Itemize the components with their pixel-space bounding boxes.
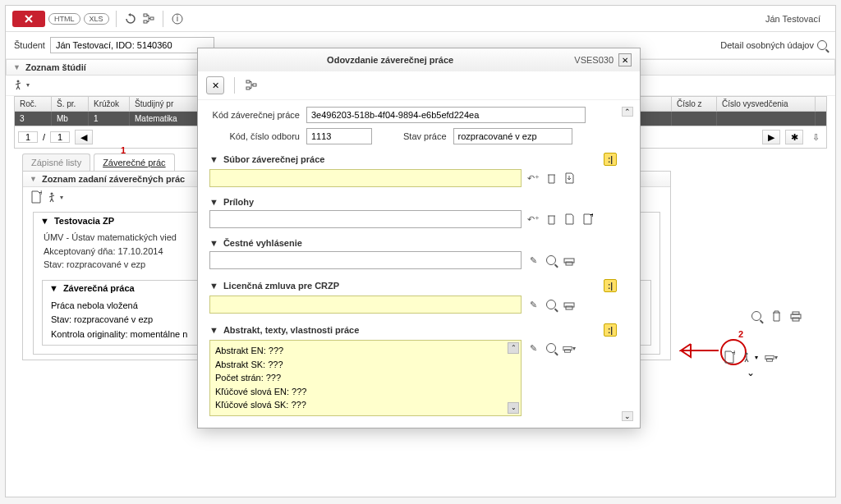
add-document-icon[interactable]: + (723, 351, 736, 364)
tree-icon[interactable] (245, 79, 258, 92)
cell-roc: 3 (15, 112, 52, 126)
cell-program: Matematika (130, 112, 204, 126)
col-cisloz: Číslo z (672, 97, 717, 111)
zoom-icon[interactable] (545, 298, 558, 311)
grid-settings-button[interactable]: ✱ (785, 130, 803, 144)
col-spr: Š. pr. (52, 97, 89, 111)
print-dropdown-icon[interactable]: ▾ (765, 351, 778, 364)
edit-icon[interactable]: ✎ (526, 298, 540, 311)
section-licencna: Licenčná zmluva pre CRZP (223, 281, 339, 291)
section-subor: Súbor záverečnej práce (223, 154, 325, 164)
status-sad-icon: :| (604, 279, 617, 292)
col-roc: Roč. (15, 97, 52, 111)
status-sad-icon: :| (604, 153, 617, 166)
svg-rect-16 (246, 87, 250, 89)
col-kruzok: Krúžok (89, 97, 130, 111)
inner-scrollbar[interactable]: ⌃⌄ (508, 342, 519, 414)
separator (163, 11, 163, 27)
abstract-en: Abstrakt EN: ??? (215, 344, 516, 358)
page-next-button[interactable]: ▶ (762, 130, 780, 144)
zoom-icon[interactable] (545, 254, 558, 267)
export-xls-button[interactable]: XLS (84, 13, 109, 25)
tab-annotation-1: 1 (121, 145, 126, 155)
keywords-en: Kľúčové slová EN: ??? (215, 385, 516, 399)
svg-rect-2 (150, 17, 154, 20)
chevron-down-icon[interactable]: ⌄ (747, 367, 755, 378)
svg-point-12 (746, 353, 748, 355)
trash-icon[interactable] (770, 309, 783, 323)
tab-zapisne-listy[interactable]: Zápisné listy (22, 153, 90, 171)
page-current: 1 (18, 131, 38, 143)
edit-icon[interactable]: ✎ (526, 254, 540, 267)
print-dropdown-icon[interactable]: ▾ (563, 341, 576, 355)
zoom-icon[interactable] (545, 341, 558, 355)
section-abstrakt: Abstrakt, texty, vlastnosti práce (223, 325, 359, 335)
arrow-down-icon[interactable]: ⇩ (808, 130, 823, 144)
modal-scrollbar[interactable]: ⌃ ⌄ (622, 107, 633, 421)
col-vysved: Číslo vysvedčenia (717, 97, 816, 111)
print-icon[interactable] (563, 254, 576, 267)
detail-link[interactable]: Detail osobných údajov (720, 40, 827, 50)
modal-cancel-button[interactable]: ✕ (206, 76, 224, 94)
scroll-down-icon[interactable]: ⌄ (622, 411, 633, 421)
svg-text:+: + (732, 351, 735, 357)
cell-spr: Mb (52, 112, 89, 126)
refresh-icon[interactable] (123, 11, 138, 26)
cestne-field[interactable] (209, 251, 522, 269)
svg-text:i: i (176, 13, 177, 23)
right-toolbar-2: + ▾ ▾ ⌄ (723, 351, 778, 378)
right-toolbar (750, 309, 802, 323)
trash-icon[interactable] (545, 172, 558, 185)
run-action-icon[interactable]: ▾ (48, 190, 63, 204)
licencna-field[interactable] (209, 296, 522, 314)
cell-kruzok: 1 (89, 112, 130, 126)
upload-icon[interactable]: ↶⁺ (526, 172, 540, 185)
collapse-icon[interactable]: ▼ (30, 175, 37, 183)
add-document-icon[interactable]: + (30, 190, 43, 204)
export-html-button[interactable]: HTML (48, 13, 80, 25)
svg-text:+: + (39, 190, 42, 197)
close-app-button[interactable] (12, 11, 45, 27)
scroll-up-icon[interactable]: ⌃ (622, 107, 633, 117)
tree-icon[interactable] (141, 11, 156, 26)
abstract-box[interactable]: Abstrakt EN: ??? Abstrakt SK: ??? Počet … (209, 340, 522, 416)
prilohy-field[interactable] (209, 210, 522, 228)
kod-input[interactable] (306, 107, 586, 123)
print-icon[interactable] (789, 309, 802, 323)
run-action-icon[interactable]: ▾ (742, 351, 758, 363)
edit-icon[interactable]: ✎ (526, 341, 540, 355)
svg-rect-15 (246, 80, 250, 83)
info-icon[interactable]: i (170, 11, 185, 26)
modal-code: VSES030 (574, 55, 614, 65)
run-action-icon[interactable]: ▾ (14, 79, 30, 90)
modal-close-button[interactable]: ✕ (618, 53, 632, 66)
collapse-icon[interactable]: ▼ (13, 63, 21, 71)
modal-toolbar: ✕ (198, 71, 640, 100)
stav-label: Stav práce (403, 131, 447, 141)
section-cestne: Čestné vyhlásenie (223, 238, 302, 248)
detail-link-label: Detail osobných údajov (720, 40, 814, 50)
upload-icon[interactable]: ↶⁺ (526, 213, 540, 226)
download-icon[interactable] (563, 213, 576, 226)
annotation-number-2: 2 (738, 329, 743, 339)
odbor-input[interactable] (306, 128, 372, 144)
svg-rect-0 (144, 14, 147, 16)
student-label: Študent (14, 40, 45, 50)
assignments-title: Zoznam zadaní záverečných prác (42, 174, 185, 184)
zoom-icon[interactable] (750, 309, 763, 323)
stav-input[interactable] (453, 128, 572, 144)
page-total: 1 (50, 131, 70, 143)
download-icon[interactable] (563, 172, 576, 185)
user-name: Ján Testovací (765, 14, 829, 24)
student-input[interactable] (50, 37, 214, 53)
svg-point-5 (17, 80, 20, 83)
tab-zaverecne-prace[interactable]: Záverečné prác (94, 153, 174, 171)
add-document-icon[interactable]: + (581, 213, 594, 226)
studies-title: Zoznam štúdií (25, 62, 86, 72)
page-prev-button[interactable]: ◀ (75, 130, 93, 144)
print-icon[interactable] (563, 298, 576, 311)
collapse-icon[interactable]: ▼ (49, 283, 58, 293)
trash-icon[interactable] (545, 213, 558, 226)
collapse-icon[interactable]: ▼ (40, 216, 49, 226)
subor-field[interactable] (209, 169, 522, 187)
